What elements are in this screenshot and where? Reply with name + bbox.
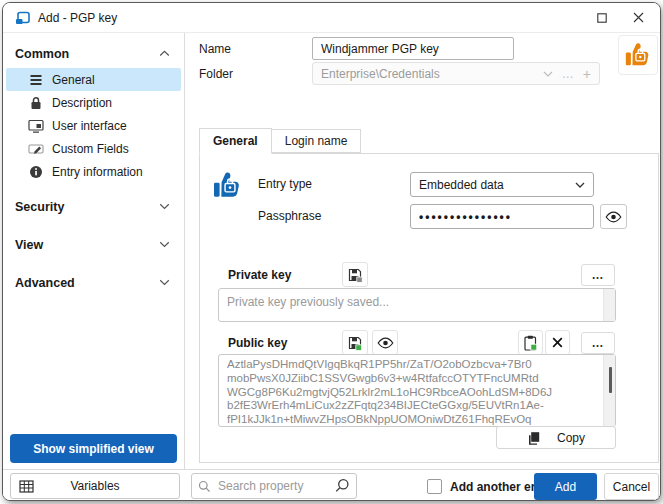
folder-combobox: Enterprise\Credentials … + <box>312 62 600 85</box>
private-key-scrollbar[interactable] <box>603 289 615 321</box>
section-label: Security <box>15 200 64 214</box>
copy-label: Copy <box>557 431 585 445</box>
section-label: View <box>15 238 43 252</box>
public-key-more-button[interactable]: … <box>581 332 615 354</box>
sidebar-item-description[interactable]: Description <box>6 91 181 114</box>
footer-bar: Variables Add another entry Add Cancel <box>3 469 660 501</box>
monitor-icon <box>28 119 44 133</box>
sidebar-item-label: General <box>52 73 95 87</box>
field-pencil-icon <box>28 143 44 155</box>
chevron-down-icon <box>159 279 170 286</box>
reveal-passphrase-button[interactable] <box>600 204 627 229</box>
sidebar-item-label: Entry information <box>52 165 143 179</box>
tab-general[interactable]: General <box>199 128 272 154</box>
add-button[interactable]: Add <box>534 473 597 500</box>
public-key-view-button[interactable] <box>372 330 398 355</box>
tab-label: Login name <box>285 134 348 148</box>
close-icon <box>633 12 644 23</box>
public-key-label: Public key <box>228 336 287 350</box>
app-window-icon <box>15 11 30 25</box>
entry-type-value: Embedded data <box>419 178 504 192</box>
sidebar-item-user-interface[interactable]: User interface <box>6 114 181 137</box>
passphrase-label: Passphrase <box>258 209 321 223</box>
window-title: Add - PGP key <box>38 11 117 25</box>
maximize-button[interactable] <box>584 3 620 32</box>
folder-add-icon: + <box>583 66 591 82</box>
scrollbar-thumb[interactable] <box>609 367 612 393</box>
public-key-scrollbar[interactable] <box>603 355 615 426</box>
section-label: Common <box>15 47 69 61</box>
folder-label: Folder <box>199 67 233 81</box>
passphrase-input[interactable] <box>410 204 594 229</box>
eye-icon <box>377 337 394 349</box>
grid-icon <box>19 480 34 493</box>
eye-icon <box>605 211 622 223</box>
info-icon <box>28 165 44 179</box>
tab-label: General <box>213 134 258 148</box>
folder-more-icon: … <box>562 67 574 81</box>
copy-icon <box>527 431 541 445</box>
entry-type-label: Entry type <box>258 177 312 191</box>
close-button[interactable] <box>620 3 656 32</box>
save-icon <box>347 335 363 351</box>
list-icon <box>28 74 44 86</box>
entry-type-icon-button[interactable] <box>618 35 658 75</box>
pgp-thumb-lock-icon-blue <box>212 170 244 202</box>
chevron-down-icon <box>543 71 553 77</box>
sidebar-section-security[interactable]: Security <box>3 192 184 221</box>
variables-button[interactable]: Variables <box>10 473 180 499</box>
private-key-more-button[interactable]: … <box>581 264 615 286</box>
search-property-box <box>191 473 357 499</box>
folder-value: Enterprise\Credentials <box>321 67 440 81</box>
show-simplified-view-button[interactable]: Show simplified view <box>10 434 177 463</box>
sidebar-section-common[interactable]: Common <box>3 39 184 68</box>
variables-label: Variables <box>70 479 119 493</box>
maximize-icon <box>597 13 607 23</box>
private-key-label: Private key <box>228 268 291 282</box>
description-icon <box>28 96 44 110</box>
name-label: Name <box>199 42 231 56</box>
cancel-button[interactable]: Cancel <box>604 473 659 500</box>
general-tab-panel: Entry type Embedded data Passphrase Priv… <box>199 153 659 463</box>
chevron-up-icon <box>159 50 170 57</box>
search-property-input[interactable] <box>216 478 334 494</box>
private-key-textarea[interactable] <box>218 288 616 322</box>
public-key-save-button[interactable] <box>342 330 368 355</box>
public-key-textarea[interactable]: AztlaPysDHmdQtVIgqBkqR1PP5hr/ZaT/O2obOzb… <box>218 354 616 427</box>
public-key-paste-button[interactable] <box>518 330 543 355</box>
sidebar-item-label: User interface <box>52 119 127 133</box>
tab-login-name[interactable]: Login name <box>272 129 362 153</box>
paste-icon <box>523 335 538 351</box>
sidebar-item-custom-fields[interactable]: Custom Fields <box>6 137 181 160</box>
name-input[interactable] <box>312 37 514 60</box>
chevron-down-icon <box>575 182 585 188</box>
copy-public-key-button[interactable]: Copy <box>496 426 616 449</box>
sidebar-item-entry-information[interactable]: Entry information <box>6 160 181 183</box>
chevron-down-icon <box>159 241 170 248</box>
public-key-clear-button[interactable] <box>545 330 570 355</box>
entry-type-dropdown[interactable]: Embedded data <box>410 172 594 197</box>
sidebar-item-label: Custom Fields <box>52 142 129 156</box>
main-content: Name Folder Enterprise\Credentials … + <box>185 33 660 469</box>
private-key-save-button[interactable] <box>342 262 368 287</box>
add-another-entry-checkbox[interactable] <box>427 479 442 494</box>
sidebar-section-advanced[interactable]: Advanced <box>3 268 184 297</box>
title-bar: Add - PGP key <box>3 3 660 33</box>
section-label: Advanced <box>15 276 75 290</box>
sidebar-item-general[interactable]: General <box>6 68 181 91</box>
tab-strip: General Login name <box>199 128 361 153</box>
save-icon <box>347 267 363 283</box>
add-pgp-key-dialog: Add - PGP key Common <box>2 2 661 501</box>
sidebar: Common General Description <box>3 33 185 469</box>
chevron-down-icon <box>159 203 170 210</box>
search-icon[interactable] <box>334 478 350 494</box>
x-icon <box>551 336 564 349</box>
sidebar-item-label: Description <box>52 96 112 110</box>
search-icon <box>198 480 211 493</box>
sidebar-section-view[interactable]: View <box>3 230 184 259</box>
pgp-thumb-lock-icon-orange <box>624 41 653 70</box>
